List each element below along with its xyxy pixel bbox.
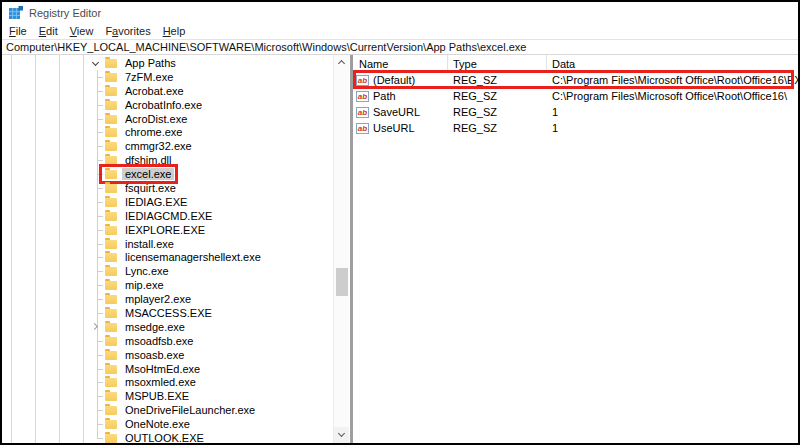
registry-value-row[interactable]: ab SaveURL REG_SZ 1: [353, 104, 798, 120]
tree-item[interactable]: msoasb.exe: [2, 348, 333, 362]
value-name[interactable]: Path: [373, 90, 396, 102]
tree-item-label[interactable]: 7zFM.exe: [122, 71, 176, 83]
tree-item-label[interactable]: OneDriveFileLauncher.exe: [122, 404, 258, 416]
tree-item[interactable]: OUTLOOK.EXE: [2, 431, 333, 443]
tree-item-content[interactable]: AcrobatInfo.exe: [105, 99, 205, 111]
tree-item-label[interactable]: IEXPLORE.EXE: [122, 224, 208, 236]
scrollbar-thumb[interactable]: [336, 268, 348, 296]
tree-item[interactable]: msoxmled.exe: [2, 375, 333, 389]
tree-item-content[interactable]: licensemanagershellext.exe: [105, 251, 264, 263]
tree-item-content[interactable]: msoxmled.exe: [105, 376, 199, 388]
tree-item-label[interactable]: mplayer2.exe: [122, 293, 194, 305]
value-name-cell[interactable]: ab (Default): [353, 74, 448, 86]
tree-item-label[interactable]: mip.exe: [122, 279, 167, 291]
tree-item-content[interactable]: fsquirt.exe: [105, 182, 179, 194]
tree-item[interactable]: IEDIAGCMD.EXE: [2, 209, 333, 223]
tree-item-content[interactable]: MSACCESS.EXE: [105, 307, 215, 319]
tree-item-label[interactable]: fsquirt.exe: [122, 182, 179, 194]
tree-item[interactable]: dfshim.dll: [2, 153, 333, 167]
tree-item-content[interactable]: dfshim.dll: [105, 154, 174, 166]
tree-item[interactable]: MsoHtmEd.exe: [2, 362, 333, 376]
tree-item[interactable]: chrome.exe: [2, 125, 333, 139]
menu-item-help[interactable]: Help: [157, 25, 192, 37]
tree-item-content[interactable]: 7zFM.exe: [105, 71, 176, 83]
tree-item-label[interactable]: App Paths: [122, 57, 179, 69]
tree-item[interactable]: OneDriveFileLauncher.exe: [2, 403, 333, 417]
tree-item-label[interactable]: MSACCESS.EXE: [122, 307, 215, 319]
tree-item-label[interactable]: msoadfsb.exe: [122, 335, 196, 347]
tree-item-content[interactable]: mip.exe: [105, 279, 167, 291]
tree-item[interactable]: msoadfsb.exe: [2, 334, 333, 348]
tree-item-content[interactable]: App Paths: [105, 57, 179, 69]
tree-item[interactable]: cmmgr32.exe: [2, 139, 333, 153]
tree-item-content[interactable]: msoadfsb.exe: [105, 335, 196, 347]
tree-item-content[interactable]: install.exe: [105, 238, 177, 250]
tree-item-label[interactable]: AcrobatInfo.exe: [122, 99, 205, 111]
tree-item-content[interactable]: MsoHtmEd.exe: [105, 363, 203, 375]
tree-item-label[interactable]: AcroDist.exe: [122, 113, 190, 125]
tree-item[interactable]: OneNote.exe: [2, 417, 333, 431]
value-name[interactable]: UseURL: [373, 122, 415, 134]
tree-item-content[interactable]: OneDriveFileLauncher.exe: [105, 404, 258, 416]
tree-item-label[interactable]: msoasb.exe: [122, 349, 187, 361]
tree-item-content[interactable]: IEDIAGCMD.EXE: [105, 210, 215, 222]
tree-item-label[interactable]: chrome.exe: [122, 126, 185, 138]
tree-item-content[interactable]: IEXPLORE.EXE: [105, 224, 208, 236]
tree-item[interactable]: MSACCESS.EXE: [2, 306, 333, 320]
tree-item-label[interactable]: IEDIAGCMD.EXE: [122, 210, 215, 222]
scrollbar-down-button[interactable]: [334, 427, 349, 443]
tree-item-label[interactable]: Lync.exe: [122, 265, 172, 277]
tree-item[interactable]: mplayer2.exe: [2, 292, 333, 306]
tree-item-content[interactable]: OneNote.exe: [105, 418, 193, 430]
tree-item-label[interactable]: dfshim.dll: [122, 154, 174, 166]
tree-item-content[interactable]: Acrobat.exe: [105, 85, 187, 97]
address-bar-path[interactable]: Computer\HKEY_LOCAL_MACHINE\SOFTWARE\Mic…: [6, 41, 526, 53]
value-name[interactable]: SaveURL: [373, 106, 420, 118]
tree-item[interactable]: App Paths: [2, 56, 333, 70]
tree-item[interactable]: install.exe: [2, 237, 333, 251]
registry-value-row[interactable]: ab UseURL REG_SZ 1: [353, 120, 798, 136]
tree-item-content[interactable]: OUTLOOK.EXE: [105, 432, 207, 443]
tree-item[interactable]: 7zFM.exe: [2, 70, 333, 84]
tree-item-label[interactable]: msoxmled.exe: [122, 376, 199, 388]
tree-item[interactable]: fsquirt.exe: [2, 181, 333, 195]
scrollbar-up-button[interactable]: [334, 55, 349, 71]
registry-value-row[interactable]: ab Path REG_SZ C:\Program Files\Microsof…: [353, 88, 798, 104]
tree-item[interactable]: msedge.exe: [2, 320, 333, 334]
value-name-cell[interactable]: ab SaveURL: [353, 106, 448, 118]
tree-item[interactable]: IEXPLORE.EXE: [2, 223, 333, 237]
chevron-down-icon[interactable]: [92, 59, 99, 66]
menu-item-edit[interactable]: Edit: [33, 25, 64, 37]
tree-item-content[interactable]: excel.exe: [105, 168, 174, 180]
tree-item-label[interactable]: OUTLOOK.EXE: [122, 432, 207, 443]
tree-item-label[interactable]: MsoHtmEd.exe: [122, 363, 203, 375]
tree-item-label[interactable]: Acrobat.exe: [122, 85, 187, 97]
tree-item-label[interactable]: MSPUB.EXE: [122, 390, 192, 402]
menu-item-favorites[interactable]: Favorites: [99, 25, 156, 37]
tree-item-label[interactable]: msedge.exe: [122, 321, 188, 333]
tree-item-content[interactable]: msoasb.exe: [105, 349, 187, 361]
tree-item-content[interactable]: chrome.exe: [105, 126, 185, 138]
address-bar[interactable]: Computer\HKEY_LOCAL_MACHINE\SOFTWARE\Mic…: [2, 39, 798, 55]
tree-item[interactable]: AcroDist.exe: [2, 112, 333, 126]
tree-item[interactable]: AcrobatInfo.exe: [2, 98, 333, 112]
tree-item-content[interactable]: MSPUB.EXE: [105, 390, 192, 402]
tree-scrollbar[interactable]: [333, 55, 349, 443]
tree-item-label[interactable]: IEDIAG.EXE: [122, 196, 190, 208]
menu-item-view[interactable]: View: [64, 25, 100, 37]
tree-item[interactable]: licensemanagershellext.exe: [2, 250, 333, 264]
tree-item-label[interactable]: OneNote.exe: [122, 418, 193, 430]
tree-item-content[interactable]: Lync.exe: [105, 265, 172, 277]
tree-item-label[interactable]: excel.exe: [122, 168, 174, 180]
tree-item-content[interactable]: AcroDist.exe: [105, 113, 190, 125]
registry-value-row[interactable]: ab (Default) REG_SZ C:\Program Files\Mic…: [353, 72, 798, 88]
tree-item-content[interactable]: cmmgr32.exe: [105, 140, 195, 152]
tree-item-content[interactable]: mplayer2.exe: [105, 293, 194, 305]
tree-item[interactable]: Lync.exe: [2, 264, 333, 278]
value-name[interactable]: (Default): [373, 74, 415, 86]
tree-item-label[interactable]: licensemanagershellext.exe: [122, 251, 264, 263]
column-header-type[interactable]: Type: [448, 55, 547, 72]
tree-item-content[interactable]: msedge.exe: [105, 321, 188, 333]
column-header-data[interactable]: Data: [547, 55, 798, 72]
value-name-cell[interactable]: ab Path: [353, 90, 448, 102]
